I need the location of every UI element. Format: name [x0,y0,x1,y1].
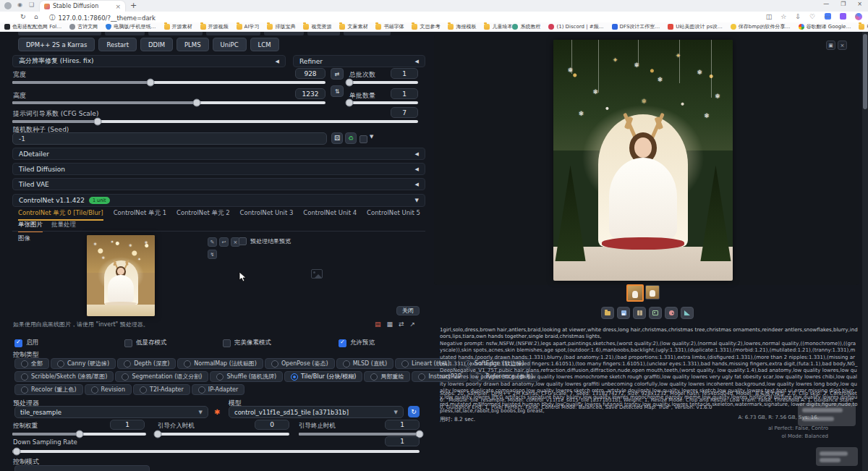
site-info-icon[interactable]: ⓘ [49,14,56,22]
send-to-inpaint-button[interactable] [681,307,694,319]
radio-icon[interactable] [21,360,28,368]
run-preprocessor-icon[interactable]: ✱ [214,408,220,416]
save-zip-button[interactable] [633,307,646,319]
extension-accordion[interactable]: Tiled Diffusion ◀ [12,163,425,175]
control-type-option[interactable]: Scribble/Sketch (涂鸦/草图) [14,371,114,382]
canvas-tool-icon[interactable]: ▤ [375,321,381,328]
radio-icon[interactable] [418,373,425,381]
bookmark-item[interactable]: 书籍字体 [375,23,404,30]
scrollbar-thumb[interactable] [863,34,867,109]
radio-icon[interactable] [291,373,298,381]
bookmark-item[interactable]: 电商设计 [859,23,868,30]
guidance-end-input[interactable]: 1 [385,420,420,430]
cfg-slider[interactable] [12,120,418,123]
downsampling-slider[interactable] [12,450,420,453]
controlnet-option[interactable]: 启用 [14,339,124,347]
refresh-icon[interactable]: ↻ [20,13,26,20]
control-mode-clipped-row[interactable] [14,465,150,471]
profile-avatar[interactable] [4,2,12,9]
bookmark-item[interactable]: 谷歌翻译 Google… [799,23,851,30]
radio-icon[interactable] [91,386,98,394]
bookmark-item[interactable]: 电脑版/手机壁纸… [106,23,156,30]
controlnet-unit-tab[interactable]: ControlNet 单元 0 [Tile/Blur] [18,209,103,221]
radio-icon[interactable] [122,373,129,381]
hires-fix-accordion[interactable]: 高分辨率修复 (Hires. fix) ◀ [12,55,286,67]
radio-icon[interactable] [216,373,224,381]
image-widget-button[interactable]: ↩ [219,237,229,247]
canvas-tool-icon[interactable]: ▦ [387,321,393,328]
send-to-img2img-button[interactable] [665,307,678,319]
sampler-button[interactable]: LCM [250,38,279,51]
refresh-models-button[interactable]: ↻ [408,406,420,417]
window-control-button[interactable]: × [857,1,862,7]
gallery-thumbnail-selected[interactable] [626,284,644,302]
guidance-start-input[interactable]: 0 [255,420,289,430]
radio-icon[interactable] [57,360,64,368]
bookmark-item[interactable]: AI学习 [237,23,260,30]
bookmark-item[interactable]: 保存bmp的软件分享… [731,23,791,30]
url-field[interactable]: ⓘ 127.0.0.1:7860/?__theme=dark [49,14,156,22]
control-type-option[interactable]: Tile/Blur (分块/模糊) [284,371,362,382]
gallery-corner-button[interactable]: × [838,41,847,50]
control-type-option[interactable]: Revision [85,384,132,395]
extension-accordion[interactable]: ADetailer ◀ [12,148,425,160]
toolbar-icon[interactable]: ⇩ [795,13,801,20]
refiner-accordion[interactable]: Refiner ◀ [293,55,425,67]
generated-image[interactable]: ❄ ❄ ✦ ❄ ❄ ✦ ❄ ❄ ❄ ❄ ❄ [553,40,733,281]
toolbar-icon[interactable]: ◫ [766,13,773,20]
batch-size-slider[interactable] [349,101,418,104]
extension-icon[interactable] [840,13,846,20]
toolbar-icon[interactable]: ♡ [809,13,815,20]
bookmark-item[interactable]: 海报模板 [448,23,476,30]
gallery-thumbnail[interactable] [645,285,660,300]
height-input[interactable]: 1232 [295,88,326,99]
control-weight-input[interactable]: 1 [110,420,145,430]
guidance-start-slider[interactable] [158,433,289,436]
radio-icon[interactable] [370,373,378,381]
control-type-option[interactable]: Segmentation (语义分割) [115,371,208,382]
canvas-tool-icon[interactable]: ⇄ [399,321,404,328]
tool-button[interactable]: ↯ [208,250,217,259]
checkbox-icon[interactable] [14,339,22,347]
guidance-end-slider[interactable] [299,433,420,436]
checkbox-icon[interactable] [223,339,231,347]
random-seed-button[interactable]: ⚄ [331,132,343,144]
tab-close-icon[interactable]: × [115,3,121,10]
downsampling-input[interactable]: 1 [385,436,420,446]
window-control-button[interactable]: — [823,1,829,7]
home-icon[interactable]: ⌂ [34,13,38,20]
reuse-seed-button[interactable]: ♻ [345,132,357,144]
model-dropdown[interactable]: control_v11f1e_sd15_tile [a371b31b] ▼ [229,406,404,418]
bookmark-item[interactable]: 色彩搭配配色网 Fol… [4,23,61,30]
browser-tab[interactable]: Stable Diffusion × [40,1,125,12]
extension-accordion[interactable]: Tiled VAE ◀ [12,178,425,190]
sampler-button[interactable]: UniPC [213,38,247,51]
extra-seed-checkbox[interactable] [359,135,367,143]
new-tab-button[interactable]: + [130,1,137,10]
aspect-ratio-button[interactable]: ⇄ [331,68,344,80]
control-type-option[interactable]: MLSD (直线) [336,358,393,369]
sampler-button[interactable]: DDIM [140,38,173,51]
sampler-button[interactable]: DPM++ 2S a Karras [18,38,95,51]
batch-count-input[interactable]: 1 [391,68,418,79]
bookmark-item[interactable]: 古诗文网 [69,23,98,30]
control-type-option[interactable]: Shuffle (随机洗牌) [210,371,283,382]
control-type-option[interactable]: 全部 [14,358,49,369]
preview-result-option[interactable]: 预处理结果预览 [239,237,291,245]
controlnet-unit-tab[interactable]: ControlNet 单元 1 [114,209,166,221]
control-type-option[interactable]: Canny (硬边缘) [51,358,116,369]
control-weight-slider[interactable] [12,433,146,436]
canvas-tool-icon[interactable]: ↗ [410,321,416,328]
tab-actions-icon[interactable]: ❏ [29,1,34,8]
radio-icon[interactable] [271,360,278,368]
bookmark-item[interactable]: 儿童绘本 [484,23,512,30]
radio-icon[interactable] [21,373,28,381]
seed-dropdown-icon[interactable]: ▼ [370,134,373,140]
bookmark-item[interactable]: 视觉资源 [303,23,331,30]
bookmark-item[interactable]: 开源视频 [200,23,229,30]
control-type-option[interactable]: Recolor (重上色) [14,384,83,395]
controlnet-option[interactable]: 低显存模式 [124,339,223,347]
radio-icon[interactable] [343,360,350,368]
preprocessor-dropdown[interactable]: tile_resample ▼ [14,406,208,418]
open-folder-button[interactable] [601,307,614,319]
